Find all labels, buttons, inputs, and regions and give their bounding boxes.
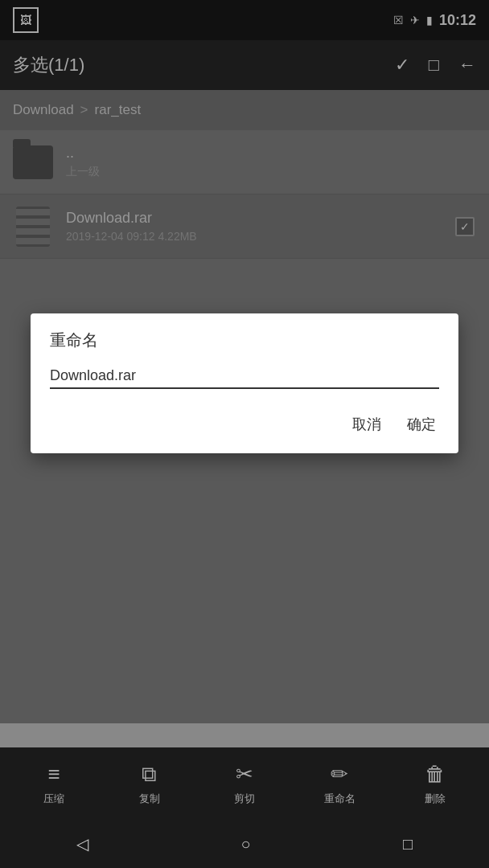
confirm-button[interactable]: 确定 bbox=[404, 408, 439, 440]
system-nav: ◁ ○ □ bbox=[0, 820, 489, 868]
nav-item-copy[interactable]: ⧉ 复制 bbox=[101, 762, 196, 806]
nav-item-rename[interactable]: ✏ 重命名 bbox=[292, 762, 387, 806]
rename-icon: ✏ bbox=[331, 762, 348, 787]
dialog-title: 重命名 bbox=[50, 330, 439, 351]
rename-label: 重命名 bbox=[324, 792, 355, 806]
system-home-icon[interactable]: ○ bbox=[240, 835, 250, 854]
nav-item-delete[interactable]: 🗑 删除 bbox=[388, 762, 483, 806]
bottom-nav: ≡ 压缩 ⧉ 复制 ✂ 剪切 ✏ 重命名 🗑 删除 bbox=[0, 747, 489, 820]
compress-icon: ≡ bbox=[48, 762, 60, 787]
copy-label: 复制 bbox=[139, 792, 160, 806]
copy-icon: ⧉ bbox=[142, 762, 157, 787]
dialog-buttons: 取消 确定 bbox=[50, 408, 439, 440]
system-back-icon[interactable]: ◁ bbox=[76, 834, 88, 854]
cut-icon: ✂ bbox=[236, 762, 253, 787]
rename-input[interactable] bbox=[50, 364, 439, 389]
delete-icon: 🗑 bbox=[425, 762, 446, 787]
rename-dialog: 重命名 取消 确定 bbox=[31, 313, 458, 453]
cut-label: 剪切 bbox=[234, 792, 255, 806]
cancel-button[interactable]: 取消 bbox=[349, 408, 384, 440]
nav-item-compress[interactable]: ≡ 压缩 bbox=[6, 762, 101, 806]
nav-item-cut[interactable]: ✂ 剪切 bbox=[197, 762, 292, 806]
delete-label: 删除 bbox=[425, 792, 446, 806]
system-recent-icon[interactable]: □ bbox=[403, 835, 413, 854]
compress-label: 压缩 bbox=[43, 792, 64, 806]
